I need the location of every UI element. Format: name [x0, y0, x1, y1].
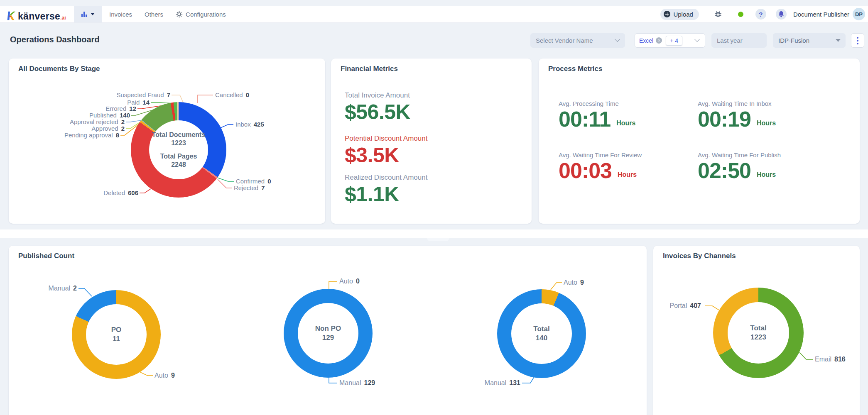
stage-label-pending-approval: Pending approval8	[64, 132, 119, 139]
upload-label: Upload	[673, 11, 693, 18]
avg-processing-time: Avg. Processing Time 00:11Hours	[559, 100, 635, 130]
help-button[interactable]: ?	[755, 9, 766, 20]
stage-label-rejected: Rejected7	[234, 184, 265, 191]
metric-label: Avg. Waiting Time In Inbox	[698, 100, 776, 107]
caret-down-icon	[836, 39, 841, 42]
realized-discount-label: Realized Discount Amount	[345, 173, 427, 182]
channels-label-email: Email816	[815, 356, 846, 363]
question-mark-icon: ?	[759, 11, 763, 18]
stage-label-published: Published140	[89, 112, 130, 119]
total-pages-value: 2248	[171, 161, 186, 169]
card-title: All Documents By Stage	[18, 65, 100, 73]
bug-icon[interactable]	[714, 10, 722, 18]
total-label-auto: Auto9	[564, 279, 584, 286]
financial-metrics-card: Financial Metrics Total Invoice Amount $…	[331, 59, 532, 224]
navbar-right-cluster: Upload ? Document Publisher DP	[660, 6, 865, 22]
divider-drag-handle[interactable]	[427, 238, 449, 241]
bell-icon	[778, 11, 784, 17]
pipeline-value: IDP-Fusion	[773, 37, 809, 44]
bar-chart-icon	[81, 11, 88, 17]
non-po-donut-center: Non PO129	[284, 289, 373, 378]
more-selected-count-chip[interactable]: + 4	[666, 36, 682, 46]
chip-label: Excel	[639, 37, 653, 44]
all-documents-by-stage-card: All Documents By Stage Total Documents 1…	[9, 59, 325, 224]
channels-label-portal: Portal407	[670, 302, 701, 310]
stage-label-approval-rejected: Approval rejected2	[70, 118, 125, 125]
process-metrics-card: Process Metrics Avg. Processing Time 00:…	[539, 59, 860, 224]
kanverse-logo-icon	[6, 10, 16, 21]
metric-unit: Hours	[757, 120, 776, 130]
document-type-multiselect[interactable]: Excel + 4	[635, 33, 705, 48]
status-indicator-dot	[738, 12, 743, 17]
po-donut-center: PO11	[72, 290, 161, 379]
page-title: Operations Dashboard	[10, 35, 100, 44]
realized-discount-value: $1.1K	[345, 182, 399, 206]
more-options-button[interactable]	[851, 33, 864, 48]
tab-dashboard[interactable]	[74, 6, 102, 22]
avg-waiting-time-inbox: Avg. Waiting Time In Inbox 00:19Hours	[698, 100, 776, 130]
chevron-down-icon	[615, 37, 620, 42]
card-title: Published Count	[18, 252, 74, 260]
brand-logo[interactable]: känverse.ai	[6, 9, 66, 22]
card-title: Financial Metrics	[341, 65, 398, 73]
stage-label-approved: Approved2	[91, 125, 125, 132]
nav-item-label: Others	[145, 11, 163, 18]
gear-icon	[176, 11, 183, 18]
total-label-manual: Manual131	[485, 379, 520, 387]
avatar-initials: DP	[855, 11, 863, 17]
remove-chip-icon[interactable]	[656, 37, 662, 44]
metric-unit: Hours	[616, 120, 635, 130]
po-label-auto: Auto9	[154, 372, 175, 379]
metric-label: Avg. Waiting Time For Review	[559, 151, 642, 159]
plus-icon	[664, 11, 670, 17]
total-documents-label: Total Documents	[152, 131, 206, 139]
avatar[interactable]: DP	[853, 8, 865, 20]
non-po-label-manual: Manual129	[339, 379, 375, 387]
nav-item-label: Invoices	[109, 11, 132, 18]
nav-item-label: Configurations	[186, 11, 226, 18]
nav-links: Invoices Others Configurations	[109, 6, 226, 22]
potential-discount-label: Potential Discount Amount	[345, 134, 427, 143]
avg-waiting-time-review: Avg. Waiting Time For Review 00:03Hours	[559, 151, 642, 181]
metric-label: Avg. Waiting Time For Publish	[698, 151, 781, 159]
total-invoice-amount-label: Total Invoice Amount	[345, 91, 410, 100]
stage-label-confirmed: Confirmed0	[236, 178, 271, 185]
card-title: Process Metrics	[548, 65, 602, 73]
brand-name: känverse	[18, 11, 60, 22]
selected-chip-excel[interactable]: Excel	[639, 37, 662, 44]
total-donut-center: Total140	[497, 289, 586, 378]
brand-suffix: .ai	[60, 15, 66, 21]
invoices-by-channels-card: Invoices By Channels Total1223 Portal407…	[653, 246, 860, 415]
notifications-button[interactable]	[776, 9, 787, 20]
chevron-down-icon	[91, 13, 95, 15]
total-pages-label: Total Pages	[160, 152, 197, 161]
vendor-select[interactable]: Select Vendor Name	[530, 33, 625, 48]
stage-label-deleted: Deleted606	[103, 189, 138, 196]
period-select[interactable]: Last year	[711, 33, 767, 48]
stage-label-cancelled: Cancelled0	[215, 91, 249, 98]
stage-label-inbox: Inbox425	[235, 121, 264, 128]
stage-donut-center: Total Documents 1223 Total Pages 2248	[131, 102, 226, 198]
nav-item-others[interactable]: Others	[145, 11, 163, 18]
total-invoice-amount-value: $56.5K	[345, 100, 410, 124]
pipeline-select[interactable]: IDP-Fusion	[773, 33, 846, 48]
stage-label-errored: Errored12	[105, 105, 136, 112]
card-title: Invoices By Channels	[663, 252, 736, 260]
chevron-down-icon	[694, 37, 700, 42]
avg-waiting-time-publish: Avg. Waiting Time For Publish 02:50Hours	[698, 151, 781, 181]
nav-item-configurations[interactable]: Configurations	[176, 11, 226, 18]
vendor-select-placeholder: Select Vendor Name	[530, 37, 593, 44]
metric-unit: Hours	[757, 171, 776, 181]
metric-value: 00:11	[559, 108, 611, 130]
stage-label-suspected-fraud: Suspected Fraud7	[116, 91, 170, 98]
metric-value: 00:03	[559, 160, 612, 181]
section-divider	[0, 229, 868, 238]
published-count-card: Published Count PO11 Manual2 Auto9 Non P…	[9, 246, 647, 415]
metric-value: 02:50	[698, 160, 751, 181]
channels-donut-center: Total1223	[713, 288, 804, 378]
nav-item-invoices[interactable]: Invoices	[109, 11, 132, 18]
upload-button[interactable]: Upload	[660, 9, 699, 20]
period-value: Last year	[711, 37, 743, 44]
non-po-label-auto: Auto0	[339, 278, 360, 285]
potential-discount-value: $3.5K	[345, 143, 399, 167]
